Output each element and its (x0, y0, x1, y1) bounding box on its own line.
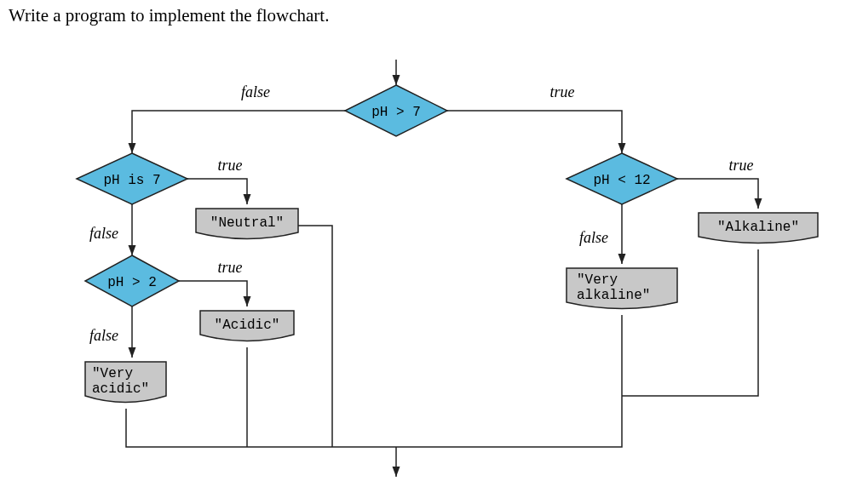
edge-d1-d2-label: false (241, 83, 270, 100)
edge-d3-o3-label: false (89, 327, 118, 344)
merge-from-o1 (298, 226, 332, 447)
edge-d2-o1-label: true (218, 157, 243, 174)
output-acidic-label: "Acidic" (215, 318, 280, 333)
edge-d1-d4 (447, 111, 622, 153)
output-very-alkaline-line1: "Very (577, 272, 618, 288)
edge-d2-o1 (187, 179, 247, 204)
output-very-acidic-line2: acidic" (92, 381, 149, 397)
output-very-alkaline-line2: alkaline" (577, 288, 650, 303)
edge-d4-o5-label: true (729, 157, 754, 174)
merge-from-o3 (126, 409, 396, 447)
edge-d4-o4-label: false (579, 229, 608, 246)
output-neutral-label: "Neutral" (210, 215, 284, 231)
output-very-acidic-line1: "Very (92, 366, 133, 381)
edge-d1-d4-label: true (550, 83, 575, 100)
prompt-text: Write a program to implement the flowcha… (9, 5, 329, 26)
output-alkaline-label: "Alkaline" (717, 220, 799, 235)
edge-d2-d3-label: false (89, 225, 118, 242)
flowchart-svg: pH > 7 false true pH is 7 true "Neutral"… (0, 60, 857, 502)
merge-right-bus (396, 396, 622, 447)
edge-d3-o2 (179, 281, 247, 306)
decision-ph-gt-2-label: pH > 2 (107, 275, 157, 290)
edge-d3-o2-label: true (218, 259, 243, 276)
decision-ph-gt-7-label: pH > 7 (371, 105, 421, 120)
decision-ph-is-7-label: pH is 7 (103, 173, 160, 188)
decision-ph-lt-12-label: pH < 12 (593, 173, 650, 188)
edge-d1-d2 (132, 111, 345, 153)
edge-d4-o5 (677, 179, 758, 209)
